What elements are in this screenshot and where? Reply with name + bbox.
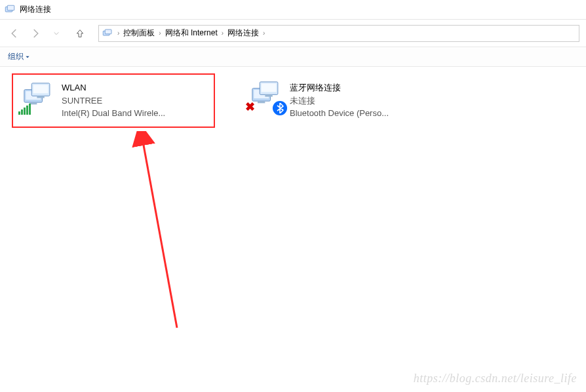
window-icon: [4, 4, 16, 16]
chevron-right-icon[interactable]: ›: [262, 29, 266, 37]
connection-text: 蓝牙网络连接 未连接 Bluetooth Device (Perso...: [290, 80, 389, 121]
connection-device: Bluetooth Device (Perso...: [290, 107, 389, 120]
connection-device: Intel(R) Dual Band Wirele...: [62, 107, 165, 120]
toolbar: 组织: [0, 47, 586, 67]
organize-button[interactable]: 组织: [8, 51, 30, 62]
svg-rect-14: [29, 104, 31, 115]
connection-status: 未连接: [290, 94, 389, 108]
svg-rect-7: [33, 85, 49, 93]
network-adapter-icon: [21, 81, 55, 115]
nav-bar: › 控制面板 › 网络和 Internet › 网络连接 ›: [0, 20, 586, 47]
svg-rect-1: [7, 5, 14, 10]
connection-status: SUNTREE: [62, 94, 165, 108]
disconnected-icon: ✖: [245, 100, 255, 114]
up-button[interactable]: [72, 26, 88, 41]
breadcrumb-item[interactable]: 控制面板: [121, 26, 157, 41]
connection-name: 蓝牙网络连接: [290, 81, 389, 94]
content-area: WLAN SUNTREE Intel(R) Dual Band Wirele..…: [0, 67, 586, 134]
back-button[interactable]: [7, 26, 22, 41]
chevron-right-icon[interactable]: ›: [157, 29, 162, 37]
breadcrumb-item[interactable]: 网络连接: [225, 26, 262, 41]
svg-rect-11: [21, 109, 23, 115]
network-adapter-icon: ✖: [249, 80, 283, 114]
annotation-arrow: [118, 131, 210, 341]
connection-name: WLAN: [62, 81, 165, 94]
address-bar[interactable]: › 控制面板 › 网络和 Internet › 网络连接 ›: [98, 25, 579, 42]
connection-item-wlan[interactable]: WLAN SUNTREE Intel(R) Dual Band Wirele..…: [12, 73, 215, 128]
wifi-signal-icon: [18, 103, 33, 117]
organize-label: 组织: [8, 51, 24, 62]
breadcrumb-item[interactable]: 网络和 Internet: [163, 26, 220, 41]
dropdown-history-button[interactable]: [49, 26, 64, 41]
svg-line-21: [143, 142, 177, 328]
chevron-right-icon[interactable]: ›: [116, 29, 121, 37]
svg-rect-3: [105, 29, 111, 34]
window-titlebar: 网络连接: [0, 0, 586, 20]
chevron-down-icon: [25, 54, 30, 60]
svg-rect-9: [37, 96, 44, 98]
chevron-right-icon[interactable]: ›: [220, 29, 225, 37]
window-title: 网络连接: [20, 4, 51, 15]
connection-text: WLAN SUNTREE Intel(R) Dual Band Wirele..…: [62, 81, 165, 120]
svg-rect-10: [18, 111, 20, 115]
svg-rect-18: [262, 83, 277, 92]
bluetooth-icon: [273, 101, 287, 115]
svg-rect-13: [26, 106, 28, 115]
svg-rect-20: [265, 94, 272, 96]
connection-item-bluetooth[interactable]: ✖ 蓝牙网络连接 未连接 Bluetooth Device (Perso...: [241, 73, 444, 128]
svg-rect-19: [258, 101, 265, 103]
watermark: https://blog.csdn.net/leisure_life: [414, 372, 577, 385]
address-icon: [102, 28, 113, 39]
forward-button[interactable]: [28, 26, 43, 41]
svg-rect-12: [24, 108, 26, 115]
